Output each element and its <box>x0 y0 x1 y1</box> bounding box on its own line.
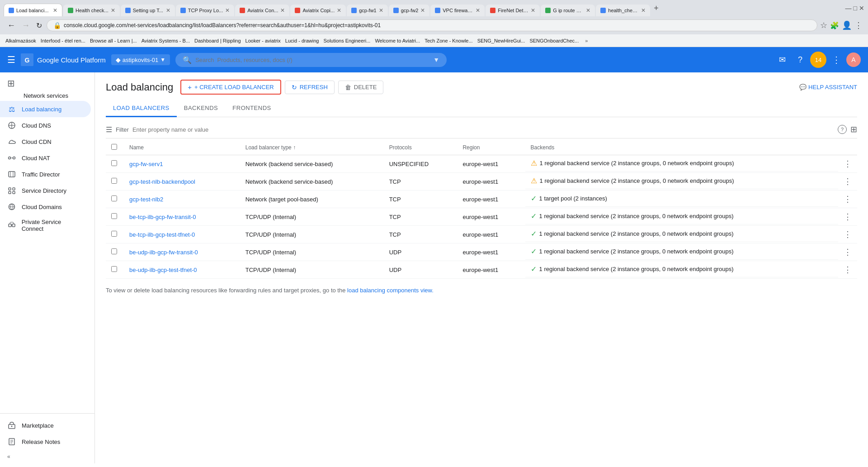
bookmark-lucid[interactable]: Lucid - drawing <box>285 38 319 43</box>
row-more-button[interactable]: ⋮ <box>844 212 852 221</box>
sidebar-item-release-notes[interactable]: Release Notes <box>0 434 94 450</box>
tab-close-icon[interactable]: ✕ <box>111 7 115 14</box>
tab-close-icon[interactable]: ✕ <box>641 7 646 14</box>
maximize-button[interactable]: □ <box>854 5 857 12</box>
sidebar-item-cloud-dns[interactable]: Cloud DNS <box>0 117 91 133</box>
bookmark-aviatrix[interactable]: Aviatrix Systems - B... <box>142 38 190 43</box>
bookmark-seng2[interactable]: SENGOnboardChec... <box>529 38 579 43</box>
tab-close-icon[interactable]: ✕ <box>337 7 341 14</box>
bookmark-welcome[interactable]: Welcome to Aviatri... <box>375 38 420 43</box>
sidebar-item-cloud-domains[interactable]: Cloud Domains <box>0 199 91 215</box>
notifications-button[interactable]: ✉ <box>774 52 790 68</box>
bookmark-looker[interactable]: Looker - aviatrix <box>245 38 281 43</box>
sidebar-item-load-balancing[interactable]: ⚖ Load balancing <box>0 101 91 117</box>
filter-help-button[interactable]: ? <box>838 125 847 134</box>
bookmark-dashboard[interactable]: Dashboard | Rippling <box>194 38 241 43</box>
user-avatar[interactable]: A <box>846 52 861 67</box>
tab-tcp-proxy[interactable]: TCP Proxy Lo... ✕ <box>176 5 234 16</box>
tab-gcp-fw2[interactable]: gcp-fw2 ✕ <box>389 5 430 16</box>
menu-button[interactable]: ⋮ <box>854 20 863 30</box>
profile-button[interactable]: 👤 <box>842 20 852 30</box>
search-input[interactable] <box>195 57 429 63</box>
row-checkbox[interactable] <box>111 266 117 272</box>
bookmarks-more[interactable]: » <box>585 38 588 43</box>
tab-aviatrix2[interactable]: Aviatrix Copi... ✕ <box>290 5 346 16</box>
url-bar[interactable]: 🔒 console.cloud.google.com/net-services/… <box>47 19 817 31</box>
lb-name-link[interactable]: be-udp-ilb-gcp-fw-transit-0 <box>129 249 198 256</box>
row-more-button[interactable]: ⋮ <box>844 159 852 168</box>
bookmark-interfood[interactable]: Interfood - étel ren... <box>41 38 85 43</box>
tab-gcp-fw1[interactable]: gcp-fw1 ✕ <box>347 5 388 16</box>
more-options-button[interactable]: ⋮ <box>828 52 844 68</box>
sidebar-item-service-directory[interactable]: Service Directory <box>0 182 91 199</box>
tab-close-icon[interactable]: ✕ <box>53 7 57 14</box>
search-bar[interactable]: 🔍 ▼ <box>175 53 447 67</box>
lb-name-link[interactable]: gcp-fw-serv1 <box>129 161 163 167</box>
lb-name-link[interactable]: be-tcp-ilb-gcp-fw-transit-0 <box>129 214 196 220</box>
tab-health-check2[interactable]: health_check... ✕ <box>596 5 650 16</box>
row-more-button[interactable]: ⋮ <box>844 265 852 274</box>
sidebar-item-traffic-director[interactable]: Traffic Director <box>0 166 91 182</box>
row-checkbox[interactable] <box>111 248 117 254</box>
sidebar-item-marketplace[interactable]: Marketplace <box>0 417 94 434</box>
row-checkbox[interactable] <box>111 213 117 219</box>
notification-bell[interactable]: 14 <box>810 52 826 68</box>
reload-button[interactable]: ↻ <box>34 20 44 31</box>
sidebar-item-cloud-nat[interactable]: Cloud NAT <box>0 150 91 166</box>
tab-close-icon[interactable]: ✕ <box>531 7 535 14</box>
new-tab-button[interactable]: + <box>651 4 661 13</box>
delete-button[interactable]: 🗑 DELETE <box>338 81 384 94</box>
extensions-button[interactable]: 🧩 <box>830 21 839 30</box>
hamburger-menu[interactable]: ☰ <box>7 54 15 65</box>
project-selector[interactable]: ◆ astipkovits-01 ▼ <box>111 54 170 65</box>
bookmark-seng1[interactable]: SENG_NewHireGui... <box>477 38 525 43</box>
select-all-checkbox[interactable] <box>111 144 117 150</box>
back-button[interactable]: ← <box>5 20 17 31</box>
sidebar-item-private-service-connect[interactable]: Private Service Connect <box>0 215 91 236</box>
row-more-button[interactable]: ⋮ <box>844 230 852 239</box>
row-checkbox[interactable] <box>111 178 117 184</box>
sidebar-collapse-button[interactable]: « <box>0 450 94 463</box>
minimize-button[interactable]: — <box>845 5 852 12</box>
row-checkbox[interactable] <box>111 231 117 237</box>
tab-load-balancing[interactable]: Load balanci... ✕ <box>4 4 62 16</box>
tab-close-icon[interactable]: ✕ <box>420 7 425 14</box>
column-toggle-icon[interactable]: ⊞ <box>850 124 857 134</box>
tab-close-icon[interactable]: ✕ <box>476 7 480 14</box>
tab-vpc-firewall[interactable]: VPC firewall... ✕ <box>430 5 485 16</box>
tab-close-icon[interactable]: ✕ <box>586 7 590 14</box>
tab-close-icon[interactable]: ✕ <box>379 7 383 14</box>
help-button[interactable]: ? <box>792 52 808 68</box>
tab-aviatrix1[interactable]: Aviatrix Con... ✕ <box>235 5 289 16</box>
bookmark-alkalmazasok[interactable]: Alkalmazások <box>5 38 36 43</box>
tab-health-checks[interactable]: Health check... ✕ <box>63 5 120 16</box>
lb-name-link[interactable]: gcp-test-nlb2 <box>129 196 163 203</box>
tab-backends[interactable]: BACKENDS <box>177 100 226 117</box>
tab-setting-up[interactable]: Setting up T... ✕ <box>121 5 175 16</box>
close-button[interactable]: ✕ <box>859 5 864 12</box>
tab-frontends[interactable]: FRONTENDS <box>225 100 278 117</box>
row-more-button[interactable]: ⋮ <box>844 177 852 186</box>
row-more-button[interactable]: ⋮ <box>844 195 852 204</box>
row-more-button[interactable]: ⋮ <box>844 248 852 257</box>
tab-load-balancers[interactable]: LOAD BALANCERS <box>106 100 177 117</box>
bookmark-solutions[interactable]: Solutions Engineeri... <box>323 38 370 43</box>
row-checkbox[interactable] <box>111 195 117 201</box>
forward-button[interactable]: → <box>20 20 32 31</box>
tab-close-icon[interactable]: ✕ <box>225 7 230 14</box>
bookmark-button[interactable]: ☆ <box>820 20 827 30</box>
col-name[interactable]: Name <box>124 140 240 155</box>
row-checkbox[interactable] <box>111 160 117 166</box>
footer-link[interactable]: load balancing components view. <box>347 287 434 294</box>
sidebar-item-cloud-cdn[interactable]: Cloud CDN <box>0 133 91 150</box>
tab-close-icon[interactable]: ✕ <box>166 7 170 14</box>
create-load-balancer-button[interactable]: + + CREATE LOAD BALANCER <box>180 80 281 95</box>
filter-input[interactable] <box>132 126 834 133</box>
tab-firenet[interactable]: FireNet Deta... ✕ <box>486 5 540 16</box>
lb-name-link[interactable]: be-tcp-ilb-gcp-test-tfnet-0 <box>129 231 195 238</box>
help-assistant-button[interactable]: 💬 HELP ASSISTANT <box>799 84 857 91</box>
bookmark-browse-learn[interactable]: Browse all - Learn |... <box>90 38 137 43</box>
lb-name-link[interactable]: be-udp-ilb-gcp-test-tfnet-0 <box>129 267 197 273</box>
bookmark-techzone[interactable]: Tech Zone - Knowle... <box>425 38 472 43</box>
tab-ip-route[interactable]: G ip route pr... ✕ <box>541 5 595 16</box>
